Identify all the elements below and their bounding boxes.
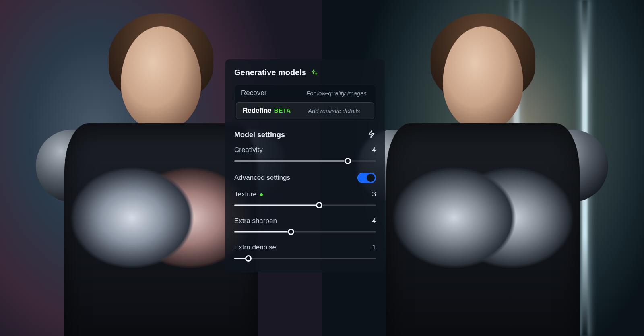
extra-denoise-value: 1 (372, 243, 376, 251)
advanced-settings-label: Advanced settings (234, 174, 290, 182)
advanced-settings-toggle[interactable] (357, 173, 376, 183)
mode-list: Recover For low-quality images Redefine … (234, 85, 376, 121)
indicator-dot-icon (260, 193, 263, 196)
beta-badge: BETA (274, 107, 291, 114)
extra-sharpen-slider[interactable] (234, 228, 376, 235)
extra-denoise-slider[interactable] (234, 255, 376, 262)
mode-redefine[interactable]: Redefine BETA Add realistic details (236, 102, 374, 119)
creativity-value: 4 (372, 146, 376, 154)
setting-extra-denoise: Extra denoise 1 (234, 243, 376, 262)
sparkle-icon (310, 69, 318, 77)
mode-desc: Add realistic details (308, 107, 360, 114)
mode-label: Redefine (243, 107, 272, 115)
mode-desc: For low-quality images (306, 90, 367, 97)
extra-denoise-label: Extra denoise (234, 243, 276, 251)
setting-creativity: Creativity 4 (234, 146, 376, 165)
creativity-label: Creativity (234, 146, 263, 154)
model-settings-title: Model settings (234, 131, 285, 139)
extra-sharpen-value: 4 (372, 217, 376, 225)
mode-label: Recover (241, 89, 266, 97)
creativity-slider[interactable] (234, 157, 376, 165)
panel-title: Generative models (234, 68, 306, 77)
texture-value: 3 (372, 190, 376, 198)
extra-sharpen-label: Extra sharpen (234, 217, 277, 225)
texture-slider[interactable] (234, 202, 376, 209)
setting-texture: Texture 3 (234, 190, 376, 209)
generative-models-panel: Generative models Recover For low-qualit… (225, 59, 385, 272)
bolt-icon[interactable] (367, 130, 376, 140)
mode-recover[interactable]: Recover For low-quality images (235, 85, 376, 101)
setting-extra-sharpen: Extra sharpen 4 (234, 217, 376, 235)
texture-label: Texture (234, 190, 257, 198)
